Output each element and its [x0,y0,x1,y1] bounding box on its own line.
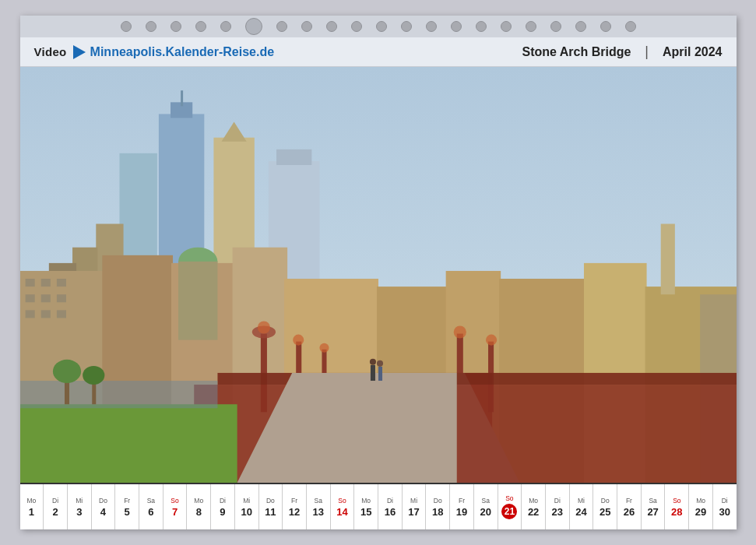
header-right: Stone Arch Bridge | April 2024 [522,44,722,60]
day-number-21: 22 [528,506,539,518]
day-number-19: 20 [480,506,491,518]
day-name-6: So [171,497,178,505]
day-number-27: 28 [671,506,682,518]
hole-17 [550,21,561,32]
photo-area [20,67,737,483]
day-number-1: 2 [52,506,58,518]
day-number-16: 17 [408,506,419,518]
day-cell-6: Sa6 [139,484,164,529]
hole-punch-strip [20,16,737,37]
svg-rect-34 [178,262,217,340]
day-name-4: Fr [124,497,130,505]
day-number-28: 29 [695,506,706,518]
hole-15 [501,21,512,32]
day-number-4: 5 [125,506,130,518]
header-left: Video Minneapolis.Kalender-Reise.de [34,45,275,59]
svg-rect-20 [40,294,50,302]
video-label: Video [34,45,67,58]
day-name-28: Mo [696,497,705,505]
day-name-1: Di [52,497,58,505]
svg-rect-22 [25,310,34,318]
svg-rect-18 [56,279,65,287]
day-name-15: Di [387,497,393,505]
day-number-13: 14 [336,506,347,518]
hole-5 [220,21,231,32]
hole-3 [171,21,181,32]
hole-14 [476,21,487,32]
day-name-26: Sa [649,497,656,505]
day-name-11: Fr [291,497,297,505]
day-number-3: 4 [100,506,106,518]
day-number-26: 27 [647,506,658,518]
day-number-18: 19 [456,506,467,518]
day-cell-11: Do11 [259,484,283,529]
svg-rect-53 [370,365,374,381]
play-triangle-icon [73,45,86,59]
svg-rect-8 [276,149,311,165]
hole-4 [195,21,206,32]
cityscape-illustration [20,67,737,483]
day-name-14: Mo [361,497,371,505]
svg-rect-16 [25,279,34,287]
day-cell-1: Mo1 [20,484,44,529]
svg-rect-21 [56,294,65,302]
day-name-29: Di [722,497,728,505]
day-cell-17: Mi17 [403,484,427,529]
day-cell-20: Sa20 [474,484,498,529]
svg-rect-49 [456,373,736,385]
play-icon [72,45,86,59]
day-name-0: Mo [26,497,36,505]
day-cell-24: Mi24 [570,484,594,529]
hole-13 [451,21,462,32]
day-cell-29: Mo29 [689,484,713,529]
day-name-8: Di [220,497,226,505]
day-number-23: 24 [575,506,586,518]
day-name-16: Mi [410,497,417,505]
hole-11 [401,21,412,32]
svg-point-41 [319,343,329,353]
day-name-12: Sa [315,497,322,505]
day-cell-30: Di30 [713,484,737,529]
day-cell-22: Mo22 [522,484,546,529]
day-name-9: Mi [243,497,250,505]
day-cell-9: Di9 [211,484,235,529]
hole-6 [276,21,287,32]
svg-rect-52 [20,381,217,408]
svg-rect-55 [378,367,382,381]
day-name-21: Mo [529,497,538,505]
hole-9 [351,21,362,32]
hole-8 [326,21,337,32]
day-name-7: Mo [194,497,203,505]
day-number-29: 30 [719,506,730,518]
day-name-5: Sa [147,497,155,505]
day-cell-26: Fr26 [617,484,642,529]
day-number-10: 11 [265,506,276,518]
day-cell-14: So14 [331,484,355,529]
day-name-17: Do [434,497,442,505]
day-number-5: 6 [148,506,153,518]
day-number-2: 3 [76,506,82,518]
hole-18 [575,21,586,32]
hole-20 [625,21,636,32]
hole-19 [600,21,611,32]
header-separator: | [645,44,649,60]
day-number-8: 9 [220,506,225,518]
day-name-18: Fr [459,497,465,505]
hole-16 [526,21,536,32]
day-number-7: 8 [196,506,202,518]
svg-point-43 [453,325,466,338]
day-number-9: 10 [241,506,251,518]
day-name-27: So [673,497,680,505]
day-cell-3: Mi3 [68,484,92,529]
website-link[interactable]: Minneapolis.Kalender-Reise.de [90,45,275,59]
day-name-13: So [338,497,346,505]
day-cell-10: Mi10 [235,484,259,529]
svg-point-60 [83,366,104,385]
day-name-25: Fr [626,497,632,505]
svg-point-54 [369,359,375,365]
day-name-10: Do [266,497,275,505]
day-cell-23: Di23 [546,484,570,529]
day-cell-16: Di16 [378,484,403,529]
calendar-page: Video Minneapolis.Kalender-Reise.de Ston… [20,16,737,529]
hole-center [245,18,262,35]
